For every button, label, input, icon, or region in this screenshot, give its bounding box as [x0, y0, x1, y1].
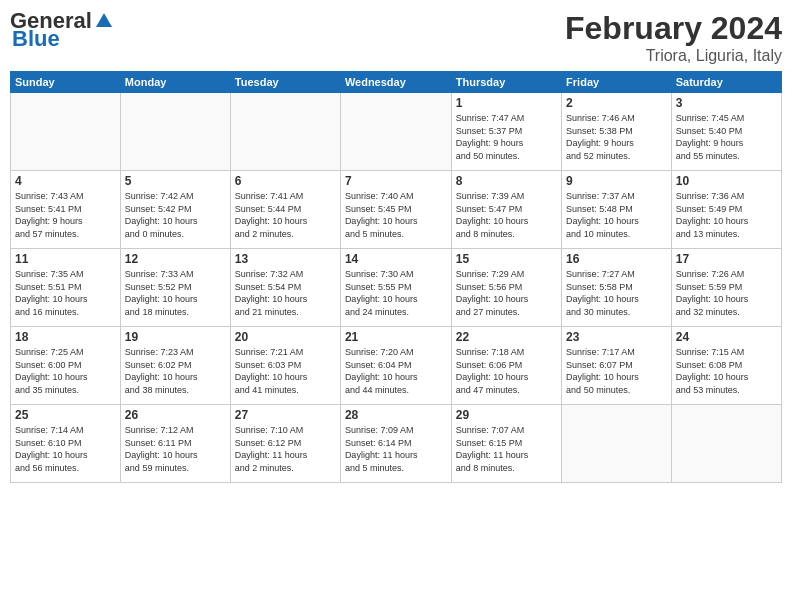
calendar-cell-w0-d1	[120, 93, 230, 171]
day-number: 8	[456, 174, 557, 188]
calendar-cell-w3-d3: 21Sunrise: 7:20 AMSunset: 6:04 PMDayligh…	[340, 327, 451, 405]
col-tuesday: Tuesday	[230, 72, 340, 93]
day-info: Sunrise: 7:17 AMSunset: 6:07 PMDaylight:…	[566, 346, 667, 396]
day-number: 26	[125, 408, 226, 422]
col-wednesday: Wednesday	[340, 72, 451, 93]
day-number: 6	[235, 174, 336, 188]
day-info: Sunrise: 7:12 AMSunset: 6:11 PMDaylight:…	[125, 424, 226, 474]
day-number: 17	[676, 252, 777, 266]
day-info: Sunrise: 7:15 AMSunset: 6:08 PMDaylight:…	[676, 346, 777, 396]
calendar-cell-w2-d6: 17Sunrise: 7:26 AMSunset: 5:59 PMDayligh…	[671, 249, 781, 327]
day-info: Sunrise: 7:23 AMSunset: 6:02 PMDaylight:…	[125, 346, 226, 396]
day-number: 9	[566, 174, 667, 188]
calendar-cell-w4-d4: 29Sunrise: 7:07 AMSunset: 6:15 PMDayligh…	[451, 405, 561, 483]
calendar-cell-w2-d5: 16Sunrise: 7:27 AMSunset: 5:58 PMDayligh…	[562, 249, 672, 327]
calendar-cell-w4-d5	[562, 405, 672, 483]
calendar-cell-w3-d5: 23Sunrise: 7:17 AMSunset: 6:07 PMDayligh…	[562, 327, 672, 405]
day-info: Sunrise: 7:36 AMSunset: 5:49 PMDaylight:…	[676, 190, 777, 240]
day-number: 10	[676, 174, 777, 188]
day-number: 22	[456, 330, 557, 344]
day-info: Sunrise: 7:35 AMSunset: 5:51 PMDaylight:…	[15, 268, 116, 318]
calendar-table: Sunday Monday Tuesday Wednesday Thursday…	[10, 71, 782, 483]
day-info: Sunrise: 7:18 AMSunset: 6:06 PMDaylight:…	[456, 346, 557, 396]
calendar-cell-w1-d5: 9Sunrise: 7:37 AMSunset: 5:48 PMDaylight…	[562, 171, 672, 249]
calendar-cell-w2-d4: 15Sunrise: 7:29 AMSunset: 5:56 PMDayligh…	[451, 249, 561, 327]
calendar-cell-w4-d1: 26Sunrise: 7:12 AMSunset: 6:11 PMDayligh…	[120, 405, 230, 483]
day-number: 3	[676, 96, 777, 110]
calendar-cell-w4-d2: 27Sunrise: 7:10 AMSunset: 6:12 PMDayligh…	[230, 405, 340, 483]
day-info: Sunrise: 7:37 AMSunset: 5:48 PMDaylight:…	[566, 190, 667, 240]
calendar-cell-w0-d0	[11, 93, 121, 171]
day-info: Sunrise: 7:47 AMSunset: 5:37 PMDaylight:…	[456, 112, 557, 162]
day-info: Sunrise: 7:30 AMSunset: 5:55 PMDaylight:…	[345, 268, 447, 318]
week-row-0: 1Sunrise: 7:47 AMSunset: 5:37 PMDaylight…	[11, 93, 782, 171]
day-info: Sunrise: 7:29 AMSunset: 5:56 PMDaylight:…	[456, 268, 557, 318]
calendar-cell-w3-d6: 24Sunrise: 7:15 AMSunset: 6:08 PMDayligh…	[671, 327, 781, 405]
day-info: Sunrise: 7:25 AMSunset: 6:00 PMDaylight:…	[15, 346, 116, 396]
day-number: 11	[15, 252, 116, 266]
day-info: Sunrise: 7:07 AMSunset: 6:15 PMDaylight:…	[456, 424, 557, 474]
day-info: Sunrise: 7:21 AMSunset: 6:03 PMDaylight:…	[235, 346, 336, 396]
calendar-cell-w4-d6	[671, 405, 781, 483]
col-saturday: Saturday	[671, 72, 781, 93]
calendar-cell-w0-d6: 3Sunrise: 7:45 AMSunset: 5:40 PMDaylight…	[671, 93, 781, 171]
day-number: 13	[235, 252, 336, 266]
col-friday: Friday	[562, 72, 672, 93]
calendar-header-row: Sunday Monday Tuesday Wednesday Thursday…	[11, 72, 782, 93]
page-container: General Blue February 2024 Triora, Ligur…	[0, 0, 792, 612]
calendar-cell-w2-d0: 11Sunrise: 7:35 AMSunset: 5:51 PMDayligh…	[11, 249, 121, 327]
day-info: Sunrise: 7:46 AMSunset: 5:38 PMDaylight:…	[566, 112, 667, 162]
day-info: Sunrise: 7:40 AMSunset: 5:45 PMDaylight:…	[345, 190, 447, 240]
day-info: Sunrise: 7:42 AMSunset: 5:42 PMDaylight:…	[125, 190, 226, 240]
day-number: 18	[15, 330, 116, 344]
day-info: Sunrise: 7:32 AMSunset: 5:54 PMDaylight:…	[235, 268, 336, 318]
day-number: 29	[456, 408, 557, 422]
calendar-cell-w1-d6: 10Sunrise: 7:36 AMSunset: 5:49 PMDayligh…	[671, 171, 781, 249]
calendar-cell-w1-d2: 6Sunrise: 7:41 AMSunset: 5:44 PMDaylight…	[230, 171, 340, 249]
day-info: Sunrise: 7:09 AMSunset: 6:14 PMDaylight:…	[345, 424, 447, 474]
day-info: Sunrise: 7:14 AMSunset: 6:10 PMDaylight:…	[15, 424, 116, 474]
day-number: 7	[345, 174, 447, 188]
day-number: 12	[125, 252, 226, 266]
calendar-cell-w3-d2: 20Sunrise: 7:21 AMSunset: 6:03 PMDayligh…	[230, 327, 340, 405]
day-number: 25	[15, 408, 116, 422]
page-header: General Blue February 2024 Triora, Ligur…	[10, 10, 782, 65]
calendar-cell-w2-d2: 13Sunrise: 7:32 AMSunset: 5:54 PMDayligh…	[230, 249, 340, 327]
day-info: Sunrise: 7:10 AMSunset: 6:12 PMDaylight:…	[235, 424, 336, 474]
calendar-cell-w1-d4: 8Sunrise: 7:39 AMSunset: 5:47 PMDaylight…	[451, 171, 561, 249]
calendar-cell-w1-d3: 7Sunrise: 7:40 AMSunset: 5:45 PMDaylight…	[340, 171, 451, 249]
calendar-cell-w4-d3: 28Sunrise: 7:09 AMSunset: 6:14 PMDayligh…	[340, 405, 451, 483]
calendar-cell-w3-d0: 18Sunrise: 7:25 AMSunset: 6:00 PMDayligh…	[11, 327, 121, 405]
title-block: February 2024 Triora, Liguria, Italy	[565, 10, 782, 65]
day-number: 20	[235, 330, 336, 344]
day-info: Sunrise: 7:43 AMSunset: 5:41 PMDaylight:…	[15, 190, 116, 240]
day-info: Sunrise: 7:27 AMSunset: 5:58 PMDaylight:…	[566, 268, 667, 318]
calendar-cell-w3-d1: 19Sunrise: 7:23 AMSunset: 6:02 PMDayligh…	[120, 327, 230, 405]
calendar-cell-w0-d3	[340, 93, 451, 171]
location-title: Triora, Liguria, Italy	[565, 47, 782, 65]
day-info: Sunrise: 7:45 AMSunset: 5:40 PMDaylight:…	[676, 112, 777, 162]
col-monday: Monday	[120, 72, 230, 93]
day-number: 2	[566, 96, 667, 110]
week-row-4: 25Sunrise: 7:14 AMSunset: 6:10 PMDayligh…	[11, 405, 782, 483]
calendar-cell-w0-d5: 2Sunrise: 7:46 AMSunset: 5:38 PMDaylight…	[562, 93, 672, 171]
day-number: 21	[345, 330, 447, 344]
day-number: 27	[235, 408, 336, 422]
calendar-cell-w2-d1: 12Sunrise: 7:33 AMSunset: 5:52 PMDayligh…	[120, 249, 230, 327]
week-row-2: 11Sunrise: 7:35 AMSunset: 5:51 PMDayligh…	[11, 249, 782, 327]
day-number: 4	[15, 174, 116, 188]
day-number: 28	[345, 408, 447, 422]
day-number: 1	[456, 96, 557, 110]
logo-icon	[94, 11, 114, 31]
day-number: 14	[345, 252, 447, 266]
logo-blue-text: Blue	[12, 26, 60, 51]
logo: General Blue	[10, 10, 114, 50]
day-info: Sunrise: 7:39 AMSunset: 5:47 PMDaylight:…	[456, 190, 557, 240]
calendar-cell-w0-d4: 1Sunrise: 7:47 AMSunset: 5:37 PMDaylight…	[451, 93, 561, 171]
col-sunday: Sunday	[11, 72, 121, 93]
day-info: Sunrise: 7:26 AMSunset: 5:59 PMDaylight:…	[676, 268, 777, 318]
day-number: 24	[676, 330, 777, 344]
calendar-cell-w1-d0: 4Sunrise: 7:43 AMSunset: 5:41 PMDaylight…	[11, 171, 121, 249]
col-thursday: Thursday	[451, 72, 561, 93]
day-number: 15	[456, 252, 557, 266]
